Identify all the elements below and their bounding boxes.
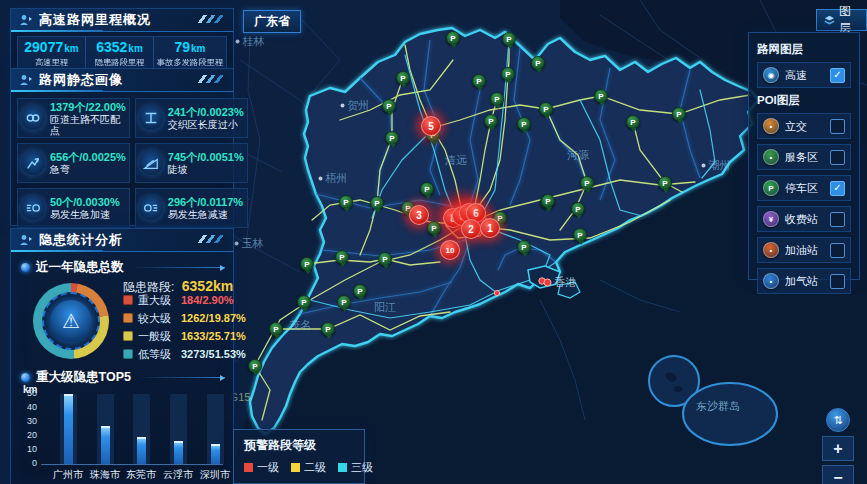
checkbox[interactable]: ✓ <box>830 181 845 196</box>
layer-row[interactable]: ¥收费站 <box>757 206 851 232</box>
parking-marker[interactable]: P <box>501 67 515 81</box>
parking-marker[interactable]: P <box>248 359 262 373</box>
zoom-in-button[interactable]: + <box>822 436 854 461</box>
mileage-label: 高速里程 <box>21 56 83 67</box>
layer-row[interactable]: ◉高速✓ <box>757 62 851 88</box>
parking-marker[interactable]: P <box>427 221 441 235</box>
portrait-label: 急弯 <box>50 164 126 175</box>
parking-marker[interactable]: P <box>420 182 434 196</box>
portrait-label: 陡坡 <box>168 164 244 175</box>
parking-marker[interactable]: P <box>396 71 410 85</box>
parking-marker[interactable]: P <box>502 32 516 46</box>
mileage-value: 6352km <box>86 40 153 56</box>
layer-label: 立交 <box>785 119 824 134</box>
layer-label: 服务区 <box>785 150 824 165</box>
layer-row[interactable]: •加油站 <box>757 237 851 263</box>
legend-label: 重大级 <box>138 293 176 308</box>
hazard-cluster-marker[interactable]: 2 <box>461 219 481 239</box>
portrait-item: 241个/0.0023%交织区长度过小 <box>135 98 248 138</box>
portrait-item: 656个/0.0025%急弯 <box>17 143 130 183</box>
checkbox[interactable] <box>830 212 845 227</box>
warning-legend-panel: 预警路段等级 一级二级三级 <box>233 429 365 484</box>
layer-row[interactable]: •加气站 <box>757 268 851 294</box>
legend-label: 一般级 <box>138 329 176 344</box>
city-dot <box>235 242 239 246</box>
parking-marker[interactable]: P <box>571 202 585 216</box>
bar[interactable] <box>137 437 146 464</box>
legend-value: 1633/25.71% <box>181 330 246 342</box>
province-button[interactable]: 广东省 <box>243 10 301 33</box>
checkbox[interactable]: ✓ <box>830 68 845 83</box>
warning-level-label: 二级 <box>304 460 326 475</box>
zoom-out-button[interactable]: − <box>822 465 854 484</box>
x-axis-label: 深圳市 <box>193 468 237 482</box>
parking-marker[interactable]: P <box>490 92 504 106</box>
parking-marker[interactable]: P <box>382 99 396 113</box>
hazard-cluster-marker[interactable]: 3 <box>409 205 429 225</box>
top5-bar-chart: 01020304050广州市珠海市东莞市云浮市深圳市 <box>17 394 227 470</box>
layer-row[interactable]: •立交 <box>757 113 851 139</box>
map-city-label: 潮州 <box>702 158 731 173</box>
parking-marker[interactable]: P <box>300 257 314 271</box>
bar[interactable] <box>174 441 183 464</box>
bar[interactable] <box>211 444 220 464</box>
parking-marker[interactable]: P <box>335 250 349 264</box>
parking-marker[interactable]: P <box>517 240 531 254</box>
parking-marker[interactable]: P <box>370 196 384 210</box>
hazard-cluster-marker[interactable]: 5 <box>421 116 441 136</box>
parking-marker[interactable]: P <box>517 117 531 131</box>
parking-marker[interactable]: P <box>297 295 311 309</box>
parking-marker[interactable]: P <box>385 131 399 145</box>
portrait-item: 745个/0.0051%陡坡 <box>135 143 248 183</box>
parking-marker[interactable]: P <box>269 322 283 336</box>
portrait-value: 656个/0.0025% <box>50 151 126 164</box>
parking-marker[interactable]: P <box>484 114 498 128</box>
parking-marker[interactable]: P <box>446 31 460 45</box>
panel-static-portrait: 路网静态画像 1379个/22.00%匝道主路不匹配点241个/0.0023%交… <box>10 68 234 226</box>
parking-marker[interactable]: P <box>573 228 587 242</box>
parking-marker[interactable]: P <box>658 176 672 190</box>
compass-icon[interactable]: ⇅ <box>826 408 850 432</box>
poi-pin-icon: • <box>763 149 779 165</box>
poi-pin-icon: • <box>763 118 779 134</box>
parking-marker[interactable]: P <box>672 107 686 121</box>
portrait-item: 296个/0.0117%易发生急减速 <box>135 188 248 228</box>
hazard-cluster-marker[interactable]: 1 <box>480 218 500 238</box>
layer-row[interactable]: P停车区✓ <box>757 175 851 201</box>
layer-row[interactable]: •服务区 <box>757 144 851 170</box>
map-city-label: 玉林 <box>235 236 264 251</box>
checkbox[interactable] <box>830 274 845 289</box>
portrait-label: 易发生急减速 <box>168 209 243 220</box>
layers-button[interactable]: 图层 <box>816 9 867 31</box>
bar[interactable] <box>64 394 73 464</box>
parking-marker[interactable]: P <box>378 252 392 266</box>
mileage-stats-row: 29077km高速里程6352km隐患路段里程79km事故多发路段里程 <box>17 36 227 71</box>
bar-chart-plot: 01020304050广州市珠海市东莞市云浮市深圳市 <box>41 394 223 465</box>
parking-marker[interactable]: P <box>594 89 608 103</box>
bullet-dot-icon <box>21 373 30 382</box>
hazard-legend-row: 重大级184/2.90% <box>123 291 246 309</box>
checkbox[interactable] <box>830 243 845 258</box>
portrait-item-text: 1379个/22.00%匝道主路不匹配点 <box>50 101 126 136</box>
parking-marker[interactable]: P <box>580 176 594 190</box>
warning-level-label: 一级 <box>257 460 279 475</box>
portrait-value: 241个/0.0023% <box>168 106 244 119</box>
parking-marker[interactable]: P <box>539 102 553 116</box>
parking-marker[interactable]: P <box>339 195 353 209</box>
hazard-cluster-marker[interactable]: 10 <box>440 240 460 260</box>
bar[interactable] <box>101 426 110 464</box>
legend-label: 低等级 <box>138 347 176 362</box>
parking-marker[interactable]: P <box>472 74 486 88</box>
checkbox[interactable] <box>830 150 845 165</box>
checkbox[interactable] <box>830 119 845 134</box>
parking-marker[interactable]: P <box>353 284 367 298</box>
warning-legend-item: 二级 <box>291 460 326 475</box>
parking-marker[interactable]: P <box>541 194 555 208</box>
hazard-subtitle: 近一年隐患总数 <box>21 259 225 276</box>
parking-marker[interactable]: P <box>626 115 640 129</box>
parking-marker[interactable]: P <box>321 322 335 336</box>
legend-value: 1262/19.87% <box>181 312 246 324</box>
parking-marker[interactable]: P <box>337 295 351 309</box>
parking-marker[interactable]: P <box>531 56 545 70</box>
legend-swatch-icon <box>123 295 133 305</box>
